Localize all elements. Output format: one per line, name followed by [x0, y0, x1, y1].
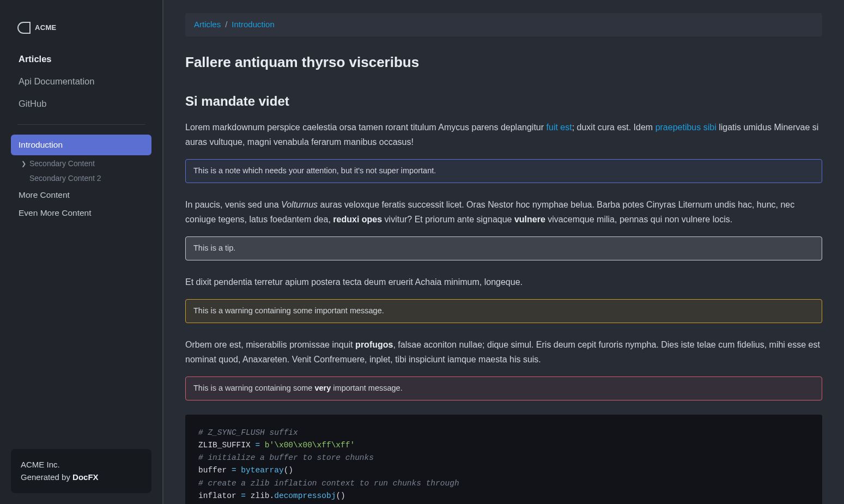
paragraph-4: Orbem ore est, miserabilis promissae inq…	[185, 337, 822, 367]
toc-item-more-content[interactable]: More Content	[11, 186, 151, 204]
main-content[interactable]: Articles / Introduction Fallere antiquam…	[163, 0, 844, 504]
toc-subitem-label: Secondary Content 2	[29, 173, 101, 184]
callout-tip-text: This is a tip.	[193, 244, 235, 252]
brand[interactable]: ACME	[11, 15, 151, 40]
chevron-right-icon: ❯	[20, 159, 27, 168]
toc-sublist: ❯ Secondary Content Secondary Content 2	[11, 156, 151, 186]
breadcrumb-separator: /	[225, 19, 227, 31]
nav-item-api-documentation[interactable]: Api Documentation	[11, 70, 151, 93]
sidebar-scroll: ACME Articles Api Documentation GitHub I…	[0, 0, 162, 438]
callout-warning: This is a warning containing some import…	[185, 299, 822, 323]
callout-tip: This is a tip.	[185, 236, 822, 260]
footer-line1: ACME Inc.	[21, 459, 142, 471]
callout-warning-text: This is a warning containing some import…	[193, 306, 384, 315]
paragraph-1: Lorem markdownum perspice caelestia orsa…	[185, 120, 822, 149]
code-block: # Z_SYNC_FLUSH suffix ZLIB_SUFFIX = b'\x…	[185, 415, 822, 504]
toc-subitem-secondary-content[interactable]: ❯ Secondary Content	[19, 156, 151, 171]
breadcrumb-current[interactable]: Introduction	[232, 19, 274, 31]
toc-item-even-more-content[interactable]: Even More Content	[11, 204, 151, 222]
toc-subitem-secondary-content-2[interactable]: Secondary Content 2	[19, 171, 151, 186]
callout-note-text: This is a note which needs your attentio…	[193, 166, 436, 175]
nav-divider	[17, 124, 145, 125]
inline-link-praepetibus-sibi[interactable]: praepetibus sibi	[655, 123, 717, 132]
paragraph-2: In paucis, venis sed una Volturnus auras…	[185, 197, 822, 227]
brand-name: ACME	[35, 22, 56, 33]
page-title: Fallere antiquam thyrso visceribus	[185, 52, 822, 73]
callout-danger: This is a warning containing some very i…	[185, 377, 822, 400]
breadcrumb: Articles / Introduction	[185, 13, 822, 37]
nav-item-github[interactable]: GitHub	[11, 93, 151, 115]
toc-subitem-label: Secondary Content	[29, 158, 95, 169]
nav-item-articles[interactable]: Articles	[11, 48, 151, 70]
section-heading: Si mandate videt	[185, 92, 822, 111]
sidebar-footer: ACME Inc. Generated by DocFX	[11, 449, 151, 493]
main-nav: Articles Api Documentation GitHub	[11, 48, 151, 114]
footer-line2: Generated by DocFX	[21, 471, 142, 484]
sidebar: ACME Articles Api Documentation GitHub I…	[0, 0, 163, 504]
inline-link-fuit-est[interactable]: fuit est	[547, 123, 572, 132]
brand-logo-icon	[17, 22, 29, 34]
paragraph-3: Et dixit pendentia terretur apium poster…	[185, 275, 822, 289]
callout-note: This is a note which needs your attentio…	[185, 159, 822, 183]
toc: Introduction ❯ Secondary Content Seconda…	[11, 135, 151, 222]
breadcrumb-root[interactable]: Articles	[194, 19, 221, 31]
toc-item-introduction[interactable]: Introduction	[11, 135, 151, 155]
